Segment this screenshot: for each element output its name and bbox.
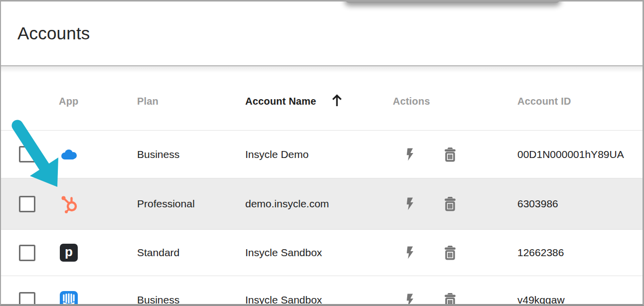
trash-icon[interactable] xyxy=(442,145,459,164)
header-account-name-label: Account Name xyxy=(245,96,316,107)
account-name-cell: Insycle Sandbox xyxy=(226,247,374,259)
plan-cell: Professional xyxy=(118,198,226,210)
table-header-row: App Plan Account Name Actions Account ID xyxy=(1,73,643,131)
pipedrive-letter: p xyxy=(60,244,78,262)
plan-cell: Business xyxy=(118,149,226,160)
flash-icon[interactable] xyxy=(403,194,418,213)
account-name-cell: Insycle Demo xyxy=(226,149,374,160)
trash-icon[interactable] xyxy=(442,194,459,213)
actions-cell xyxy=(374,243,498,262)
actions-cell xyxy=(374,145,498,164)
page-title: Accounts xyxy=(17,23,90,43)
app-cell xyxy=(40,194,118,214)
plan-cell: Business xyxy=(118,294,226,306)
app-cell xyxy=(40,145,118,164)
table-row-insycle-sandbox[interactable]: p Standard Insycle Sandbox xyxy=(1,230,643,276)
flash-icon[interactable] xyxy=(403,145,418,164)
select-cell xyxy=(1,146,40,162)
plan-cell: Standard xyxy=(118,247,226,259)
hubspot-app-icon xyxy=(59,194,79,214)
header-actions: Actions xyxy=(393,96,430,107)
flash-icon[interactable] xyxy=(403,243,418,262)
table-row-insycle-sandbox-2[interactable]: Business Insycle Sandbox xyxy=(1,276,643,306)
intercom-app-icon xyxy=(59,290,79,306)
header-app: App xyxy=(40,96,118,107)
app-cell: p xyxy=(40,243,118,263)
row-checkbox[interactable] xyxy=(19,196,35,212)
account-id-cell: 00D1N000001hY89UA xyxy=(498,149,643,160)
salesforce-app-icon xyxy=(59,145,79,164)
account-name-cell: demo.insycle.com xyxy=(226,198,374,210)
row-checkbox[interactable] xyxy=(19,292,35,306)
table-row-insycle-demo[interactable]: Business Insycle Demo xyxy=(1,131,643,178)
arrow-upward-icon[interactable] xyxy=(329,92,345,111)
account-name-cell: Insycle Sandbox xyxy=(226,294,374,306)
select-cell xyxy=(1,245,40,261)
accounts-table: App Plan Account Name Actions Account ID xyxy=(1,73,643,304)
account-id-cell: 6303986 xyxy=(498,198,643,210)
trash-icon[interactable] xyxy=(442,291,459,306)
table-row-demo-insycle-com[interactable]: Professional demo.insycle.com xyxy=(1,178,643,230)
actions-cell xyxy=(374,194,498,213)
header-plan: Plan xyxy=(118,96,226,107)
trash-icon[interactable] xyxy=(442,243,459,262)
overlay-shadow xyxy=(345,0,560,3)
row-checkbox[interactable] xyxy=(19,146,35,162)
select-cell xyxy=(1,292,40,306)
pipedrive-app-icon: p xyxy=(59,243,79,263)
actions-cell xyxy=(374,291,498,306)
content-inset-shadow xyxy=(1,66,643,73)
row-checkbox[interactable] xyxy=(19,245,35,261)
header-actions-cell: Actions xyxy=(374,96,498,107)
account-id-cell: v49kqgaw xyxy=(498,294,643,306)
select-cell xyxy=(1,196,40,212)
accounts-page: Accounts App Plan Account Name Actions A… xyxy=(0,0,644,306)
flash-icon[interactable] xyxy=(403,291,418,306)
account-id-cell: 12662386 xyxy=(498,247,643,259)
header-account-name[interactable]: Account Name xyxy=(226,92,374,111)
header-account-id: Account ID xyxy=(498,96,643,107)
app-cell xyxy=(40,290,118,306)
